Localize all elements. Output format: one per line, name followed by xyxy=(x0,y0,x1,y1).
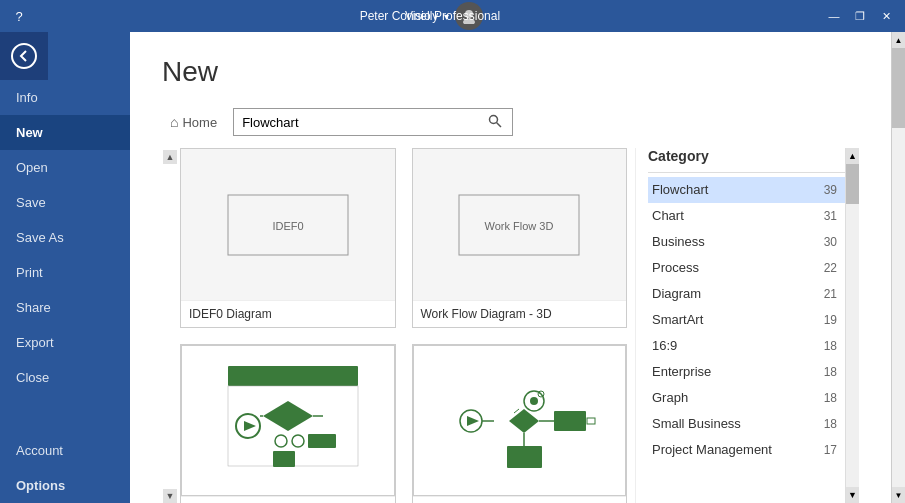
svg-rect-17 xyxy=(308,434,336,448)
svg-rect-27 xyxy=(587,418,595,424)
sidebar-item-options[interactable]: Options xyxy=(0,468,130,503)
sidebar-item-share[interactable]: Share xyxy=(0,290,130,325)
category-scroll-thumb[interactable] xyxy=(846,164,859,204)
sidebar-item-print[interactable]: Print xyxy=(0,255,130,290)
svg-text:Work Flow 3D: Work Flow 3D xyxy=(485,220,554,232)
svg-text:IDEF0: IDEF0 xyxy=(272,220,303,232)
category-item-project-management[interactable]: Project Management 17 xyxy=(648,437,845,463)
templates-area: IDEF0 IDEF0 Diagram Work Flow 3D xyxy=(180,148,635,503)
home-label: Home xyxy=(182,115,217,130)
sidebar-item-account[interactable]: Account xyxy=(0,433,130,468)
app-container: Info New Open Save Save As Print Share E… xyxy=(0,32,905,503)
sidebar-item-new[interactable]: New xyxy=(0,115,130,150)
category-item-chart[interactable]: Chart 31 xyxy=(648,203,845,229)
template-card-workflow3d[interactable]: Work Flow 3D Work Flow Diagram - 3D xyxy=(412,148,628,328)
main-content: New ⌂ Home ▲ xyxy=(130,32,891,503)
category-count-169: 18 xyxy=(824,339,837,353)
search-bar: ⌂ Home xyxy=(130,100,891,148)
sidebar-item-save[interactable]: Save xyxy=(0,185,130,220)
search-input-wrap xyxy=(233,108,513,136)
title-bar: ? Visio Professional Peter Connelly ▾ — … xyxy=(0,0,905,32)
back-icon xyxy=(11,43,37,69)
template-card-sharepoint2013[interactable]: Microsoft SharePoint 2013 Work... xyxy=(180,344,396,503)
category-name-process: Process xyxy=(652,260,699,275)
app-scrollbar: ▲ ▼ xyxy=(891,32,905,503)
category-name-enterprise: Enterprise xyxy=(652,364,711,379)
search-input[interactable] xyxy=(242,115,486,130)
template-card-idef0[interactable]: IDEF0 IDEF0 Diagram xyxy=(180,148,396,328)
category-count-chart: 31 xyxy=(824,209,837,223)
sidebar-item-info[interactable]: Info xyxy=(0,80,130,115)
category-name-project-management: Project Management xyxy=(652,442,772,457)
category-list: Flowchart 39 Chart 31 Business 30 Proces… xyxy=(648,177,845,503)
svg-point-2 xyxy=(490,115,498,123)
app-title: Visio Professional xyxy=(405,9,500,23)
category-name-169: 16:9 xyxy=(652,338,677,353)
template-label-idef0: IDEF0 Diagram xyxy=(181,300,395,327)
close-button[interactable]: ✕ xyxy=(875,5,897,27)
category-item-diagram[interactable]: Diagram 21 xyxy=(648,281,845,307)
app-scroll-down[interactable]: ▼ xyxy=(892,487,905,503)
minimize-button[interactable]: — xyxy=(823,5,845,27)
category-name-chart: Chart xyxy=(652,208,684,223)
category-count-flowchart: 39 xyxy=(824,183,837,197)
category-item-graph[interactable]: Graph 18 xyxy=(648,385,845,411)
template-label-sharepoint2010: Microsoft SharePoint 2010 Work... xyxy=(413,496,627,503)
category-scrollbar: ▲ ▼ xyxy=(845,148,859,503)
category-scroll-down[interactable]: ▼ xyxy=(846,487,859,503)
category-item-process[interactable]: Process 22 xyxy=(648,255,845,281)
home-icon: ⌂ xyxy=(170,114,178,130)
category-item-enterprise[interactable]: Enterprise 18 xyxy=(648,359,845,385)
template-thumb-workflow3d: Work Flow 3D xyxy=(413,149,627,300)
category-item-small-business[interactable]: Small Business 18 xyxy=(648,411,845,437)
template-label-sharepoint2013: Microsoft SharePoint 2013 Work... xyxy=(181,496,395,503)
app-scroll-up[interactable]: ▲ xyxy=(892,32,905,48)
scroll-up-arrow[interactable]: ▲ xyxy=(163,150,177,164)
category-scroll-up[interactable]: ▲ xyxy=(846,148,859,164)
category-item-business[interactable]: Business 30 xyxy=(648,229,845,255)
category-item-flowchart[interactable]: Flowchart 39 xyxy=(648,177,845,203)
sidebar-item-open[interactable]: Open xyxy=(0,150,130,185)
restore-button[interactable]: ❐ xyxy=(849,5,871,27)
window-controls: — ❐ ✕ xyxy=(823,5,897,27)
category-name-business: Business xyxy=(652,234,705,249)
category-count-project-management: 17 xyxy=(824,443,837,457)
category-count-business: 30 xyxy=(824,235,837,249)
back-button[interactable] xyxy=(0,32,48,80)
category-name-diagram: Diagram xyxy=(652,286,701,301)
page-title: New xyxy=(162,56,859,88)
sidebar-item-close[interactable]: Close xyxy=(0,360,130,395)
app-scroll-thumb[interactable] xyxy=(892,48,905,128)
sidebar-item-save-as[interactable]: Save As xyxy=(0,220,130,255)
template-thumb-idef0: IDEF0 xyxy=(181,149,395,300)
home-button[interactable]: ⌂ Home xyxy=(162,110,225,134)
svg-point-15 xyxy=(275,435,287,447)
category-item-169[interactable]: 16:9 18 xyxy=(648,333,845,359)
svg-marker-22 xyxy=(509,409,539,433)
svg-rect-26 xyxy=(554,411,586,431)
sidebar-item-export[interactable]: Export xyxy=(0,325,130,360)
app-scroll-track xyxy=(892,48,905,487)
svg-rect-18 xyxy=(273,451,295,467)
category-header: Category xyxy=(648,148,845,173)
scroll-down-arrow[interactable]: ▼ xyxy=(163,489,177,503)
main-panels: ▲ ▼ IDEF0 IDEF0 Diagram xyxy=(130,148,891,503)
templates-grid: IDEF0 IDEF0 Diagram Work Flow 3D xyxy=(180,148,627,503)
category-item-smartart[interactable]: SmartArt 19 xyxy=(648,307,845,333)
search-button[interactable] xyxy=(486,114,504,131)
svg-line-29 xyxy=(514,409,519,413)
sidebar: Info New Open Save Save As Print Share E… xyxy=(0,32,130,503)
svg-rect-8 xyxy=(228,366,358,386)
svg-rect-30 xyxy=(507,446,542,468)
category-count-small-business: 18 xyxy=(824,417,837,431)
category-name-graph: Graph xyxy=(652,390,688,405)
category-panel: Category Flowchart 39 Chart 31 Business … xyxy=(635,148,845,503)
category-name-flowchart: Flowchart xyxy=(652,182,708,197)
template-thumb-sharepoint2010 xyxy=(413,345,627,496)
svg-marker-20 xyxy=(467,416,479,426)
help-button[interactable]: ? xyxy=(8,5,30,27)
template-card-sharepoint2010[interactable]: Microsoft SharePoint 2010 Work... xyxy=(412,344,628,503)
category-scroll-track xyxy=(846,164,859,487)
category-count-process: 22 xyxy=(824,261,837,275)
svg-line-3 xyxy=(497,122,502,127)
